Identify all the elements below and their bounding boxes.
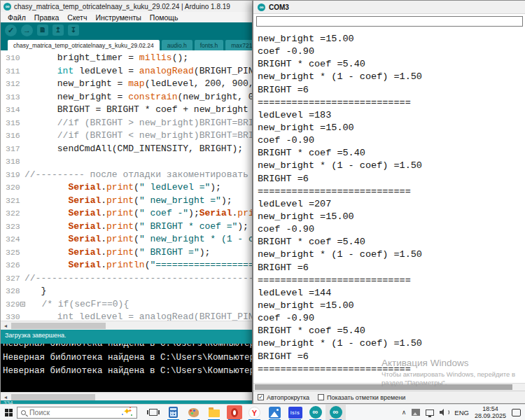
line-number: 327	[1, 272, 24, 286]
code-line: 322 Serial.print(" coef -");Serial.print…	[1, 207, 252, 220]
taskbar-clock[interactable]: 18:54 28.09.2025	[475, 405, 506, 419]
code-fold-icon[interactable]: +	[20, 302, 25, 307]
code-text: }	[24, 285, 252, 298]
autoscroll-checkbox[interactable]: ✓ Автопрокрутка	[258, 394, 309, 401]
search-icon	[21, 410, 26, 415]
code-text: int ledLevel = analogRead(BRIGHT_PIN);	[24, 311, 252, 321]
code-text	[24, 155, 252, 169]
timestamps-checkbox[interactable]: ✓ Показать отметки времени	[318, 394, 405, 401]
code-text: new_bright = map(ledLevel, 200, 900, 15,…	[24, 78, 252, 91]
new-sketch-button[interactable]: 🗎	[37, 24, 48, 36]
editor-hscroll-thumb[interactable]	[11, 323, 106, 329]
taskbar-item-arduino-1[interactable]: ∞	[305, 405, 326, 420]
tray-expand-icon[interactable]: ∧	[402, 409, 407, 416]
start-button[interactable]	[0, 405, 17, 420]
taskbar-search[interactable]: ✦✦	[17, 407, 137, 419]
tab-main-sketch[interactable]: chasy_matrica_temp_otricatelnaay_s_kuku_…	[8, 40, 160, 50]
tab-audio-h[interactable]: audio.h	[162, 40, 192, 50]
code-line: 321 Serial.print(" new_bright =");	[1, 195, 252, 208]
task-view-button[interactable]	[143, 405, 163, 420]
editor-hscrollbar[interactable]: ◂	[1, 321, 252, 330]
scroll-left-icon[interactable]: ◂	[1, 322, 10, 330]
line-number: 322	[1, 207, 24, 220]
line-number: 324	[1, 233, 24, 246]
photos-icon	[269, 407, 281, 419]
console-hscrollbar[interactable]: ◂	[1, 392, 252, 400]
menu-item-3[interactable]: Скетч	[63, 13, 91, 22]
serial-line: ===========================	[258, 274, 525, 287]
taskbar-item-proteus-isis[interactable]: isis	[285, 405, 305, 420]
verify-button[interactable]: ✓	[5, 24, 17, 36]
save-sketch-button[interactable]: ↧	[68, 24, 79, 36]
serial-titlebar[interactable]: ∞ COM3	[253, 1, 525, 14]
autoscroll-label: Автопрокрутка	[267, 394, 309, 401]
serial-line: new_bright =15.00	[258, 211, 525, 223]
open-sketch-button[interactable]: ↥	[52, 24, 64, 36]
code-line: 316 //if (BRIGHT < new_bright)BRIGHT=BRI…	[1, 130, 252, 143]
taskbar-item-photos[interactable]	[265, 405, 285, 420]
ide-console[interactable]: Неверная библиотека найдена в C:\Users\К…	[1, 344, 252, 392]
code-text: /* if(secFr==0){	[25, 298, 252, 312]
serial-line: ledLevel =144	[258, 287, 525, 300]
tab-fonts-h[interactable]: fonts.h	[195, 40, 224, 50]
tab-max7219-h[interactable]: max7219.h	[225, 40, 252, 50]
serial-line: BRIGHT * coef =5.40	[258, 58, 525, 71]
menu-item-2[interactable]: Правка	[30, 13, 63, 22]
serial-hscroll-thumb[interactable]	[255, 384, 512, 390]
code-line: 328 }	[1, 285, 252, 298]
line-number: 316	[1, 130, 24, 143]
line-number: 325	[1, 246, 24, 260]
upload-button[interactable]: →	[21, 24, 33, 36]
action-center-icon[interactable]	[512, 409, 521, 416]
line-number: 328	[1, 285, 24, 298]
taskbar-item-file-explorer[interactable]	[204, 405, 224, 420]
proteus-isis-icon: isis	[288, 407, 302, 419]
tray-volume-icon[interactable]	[440, 409, 449, 416]
taskbar-item-yandex[interactable]: Y	[244, 405, 265, 420]
tray-photo-icon[interactable]	[412, 409, 420, 416]
code-line: 320 Serial.print(" ledLevel =");	[1, 181, 252, 195]
serial-line: ledLevel =207	[258, 198, 525, 211]
serial-line: BRIGHT =6	[258, 84, 525, 97]
code-line: 324 Serial.print(" new_bright * (1 - coe…	[1, 233, 252, 246]
menu-item-1[interactable]: Файл	[4, 13, 30, 22]
code-text: Serial.println("========================…	[24, 259, 252, 272]
scroll-left-icon[interactable]: ◂	[1, 393, 10, 401]
taskbar-item-opera[interactable]	[224, 405, 244, 420]
line-number: 314	[1, 104, 24, 117]
search-input[interactable]	[29, 408, 118, 416]
clock-time: 18:54	[475, 405, 506, 412]
code-editor[interactable]: 310 bright_timer = millis();311 int ledL…	[1, 50, 252, 321]
taskbar-item-paint[interactable]	[183, 405, 204, 420]
line-number: 319	[1, 169, 24, 182]
code-line: 330 int ledLevel = analogRead(BRIGHT_PIN…	[1, 311, 252, 321]
code-line: 325 Serial.print(" BRIGHT =");	[1, 246, 252, 260]
menu-item-4[interactable]: Инструменты	[91, 13, 145, 22]
console-line: Неверная библиотека найдена в C:\Users\К…	[3, 344, 252, 351]
code-text: bright_timer = millis();	[24, 52, 252, 65]
serial-output[interactable]: new_bright =15.00coef -0.90BRIGHT * coef…	[253, 29, 525, 383]
ide-titlebar[interactable]: ∞ chasy_matrica_temp_otricatelnaay_s_kuk…	[1, 1, 252, 12]
code-text: BRIGHT = BRIGHT * coef + new_bright * (1…	[24, 104, 252, 117]
ide-toolbar: ✓ → 🗎 ↥ ↧	[1, 22, 252, 38]
code-text: sendCmdAll(CMD_INTENSITY, BRIGHT);	[24, 143, 252, 156]
paint-icon	[188, 408, 199, 417]
arduino-logo-icon: ∞	[4, 3, 11, 10]
taskbar-item-arduino-2[interactable]: ∞	[326, 405, 346, 420]
code-line: 312 new_bright = map(ledLevel, 200, 900,…	[1, 78, 252, 91]
serial-send-input[interactable]	[256, 16, 523, 27]
windows-logo-icon	[5, 409, 13, 416]
language-indicator[interactable]: ENG	[454, 409, 469, 416]
serial-line: new_bright * (1 - coef) =1.50	[258, 71, 525, 83]
taskbar-item-calculator[interactable]	[163, 405, 183, 420]
serial-hscrollbar[interactable]	[253, 383, 525, 391]
line-number: 320	[1, 181, 24, 195]
serial-line: new_bright * (1 - coef) =1.50	[258, 337, 525, 350]
serial-line: new_bright * (1 - coef) =1.50	[258, 248, 525, 261]
code-line: 326 Serial.println("====================…	[1, 259, 252, 272]
tray-display-icon[interactable]	[426, 410, 434, 416]
menu-item-5[interactable]: Помощь	[146, 13, 183, 22]
console-hscroll-thumb[interactable]	[11, 394, 95, 400]
serial-line: BRIGHT * coef =5.40	[258, 236, 525, 248]
serial-line: coef -0.90	[258, 312, 525, 325]
